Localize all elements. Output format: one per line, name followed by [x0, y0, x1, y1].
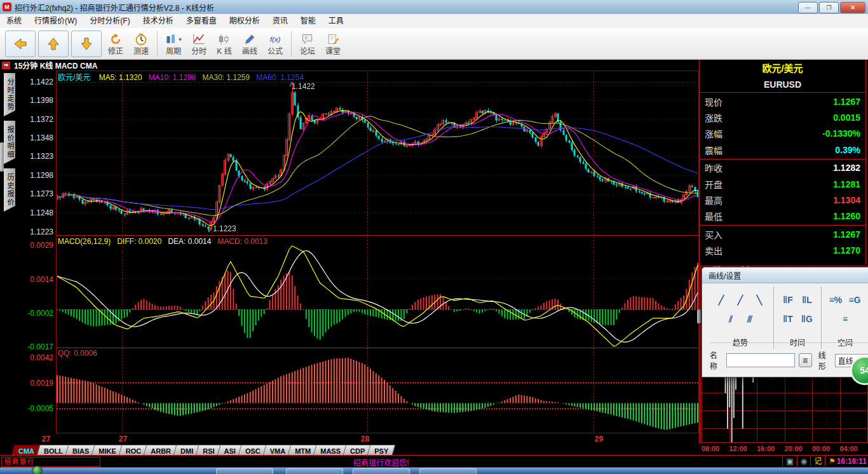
indicator-tab-roc[interactable]: ROC	[120, 445, 147, 456]
menu-item-4[interactable]: 技术分析	[137, 14, 180, 28]
dialog-titlebar[interactable]: 画线/设置	[702, 267, 868, 283]
macd-legend: MACD(26,12,9)DIFF: 0.0020DEA: 0.0014MACD…	[58, 237, 274, 246]
quote-value: 1.1260	[833, 211, 860, 221]
collapse-arrow-icon[interactable]: ➡	[2, 62, 10, 69]
right-splitter-handle[interactable]	[697, 309, 701, 323]
hline-pct-icon[interactable]: ≡%	[827, 292, 844, 308]
minimize-button[interactable]: —	[798, 2, 818, 13]
start-button[interactable]	[32, 466, 43, 474]
macd-axis-label: -0.0002	[0, 309, 53, 318]
parallel3-icon[interactable]: ⫻	[742, 311, 758, 327]
restore-button[interactable]: ❐	[819, 2, 839, 13]
quote-row-3: 涨幅-0.1330%	[700, 126, 865, 142]
indicator-tab-bias[interactable]: BIAS	[67, 445, 95, 456]
toolbar-button-kline[interactable]: K 线	[212, 29, 236, 58]
indicator-tab-mike[interactable]: MIKE	[93, 445, 122, 456]
window-titlebar: M 招行外汇2(fxhq2) - 招商银行外汇通行情分析V2.8 - K线分析 …	[0, 0, 868, 15]
close-button[interactable]: ✕	[840, 2, 865, 13]
taskbar-button-4[interactable]	[419, 468, 477, 474]
quote-label: 现价	[705, 95, 722, 108]
price-axis-label: 1.1323	[0, 152, 53, 161]
arrow-down-icon	[79, 36, 94, 51]
fx-icon: f(x)	[268, 32, 282, 47]
quote-label: 涨幅	[705, 127, 722, 140]
mini-time-label: 16:00	[757, 445, 775, 452]
taskbar-button-3[interactable]	[353, 468, 410, 474]
toolbar-button-drawline[interactable]: 画线	[238, 29, 262, 58]
indicator-tab-osc[interactable]: OSC	[240, 445, 266, 456]
line-seg-icon[interactable]: ╲	[751, 292, 768, 308]
menu-item-7[interactable]: 资讯	[266, 14, 294, 28]
vbar-f-icon[interactable]: ‖F	[780, 292, 796, 308]
toolbar-button-speed[interactable]: 测速	[129, 29, 153, 58]
vbar-g-icon[interactable]: ‖G	[799, 311, 815, 327]
quote-value: 1.1267	[833, 229, 860, 240]
vbar-t-icon[interactable]: ‖T	[780, 311, 796, 327]
quote-row-5: 昨收1.1282	[700, 160, 865, 176]
toolbar-button-minute[interactable]: 分时	[187, 29, 211, 58]
toolbar-button-forum[interactable]: t论坛	[295, 29, 320, 58]
indicator-tab-arbr[interactable]: ARBR	[145, 445, 177, 456]
indicator-tab-mtm[interactable]: MTM	[289, 445, 316, 456]
computer-icon[interactable]: ▣	[782, 456, 796, 466]
mini-time-label: 04:00	[840, 445, 858, 452]
alarm-icon[interactable]: ◉	[797, 456, 810, 466]
hlines-icon[interactable]: ≡	[837, 311, 853, 327]
pencil-icon	[243, 32, 256, 47]
quote-label: 卖出	[705, 244, 722, 257]
menu-item-6[interactable]: 期权分析	[223, 14, 266, 28]
toolbar: 修正测速▾周期分时K 线画线f(x)公式t论坛课堂	[0, 28, 868, 60]
menu-item-3[interactable]: 分时分析(F)	[83, 14, 136, 28]
drawing-tool-groups: ╱╱╲⫽⫻趋势‖F‖L‖T‖G时间≡%≡G≡空间▢◎▦◯其他	[707, 287, 868, 349]
toolbar-button-back[interactable]	[5, 30, 36, 57]
taskbar-button-1[interactable]	[216, 468, 273, 474]
line-icon[interactable]: ╱	[713, 292, 729, 308]
toolbar-button-down[interactable]	[71, 30, 102, 57]
macd-legend-part-1: MACD(26,12,9)	[58, 237, 111, 246]
date-label-2: 27	[119, 435, 127, 444]
toolbar-button-classroom[interactable]: 课堂	[321, 29, 345, 58]
toolbar-button-label: 公式	[268, 47, 283, 56]
chart-title: 15分钟 K线 MACD CMA	[14, 60, 97, 71]
menu-item-1[interactable]: 系统	[0, 14, 28, 28]
dropdown-arrow-icon: ▾	[179, 36, 182, 43]
left-splitter-handle[interactable]	[0, 142, 4, 172]
quote-label: 涨跌	[705, 111, 722, 124]
taskbar-button-2[interactable]	[286, 468, 343, 474]
qq-legend: QQ: 0.0006	[58, 349, 104, 358]
note-icon[interactable]: 记	[810, 456, 825, 466]
mini-time-label: 08:00	[702, 445, 719, 452]
toolbar-button-up[interactable]	[38, 30, 69, 57]
price-axis-label: 1.1298	[0, 171, 53, 180]
peak-price-annotation: 1.1422	[292, 82, 315, 91]
toolbar-button-formula[interactable]: f(x)公式	[263, 29, 287, 58]
indicator-tab-mass[interactable]: MASS	[315, 445, 346, 456]
menu-item-2[interactable]: 行情报价(W)	[28, 14, 83, 28]
line-dot-icon[interactable]: ╱	[732, 292, 749, 308]
toolbar-button-period[interactable]: ▾周期	[161, 29, 186, 58]
name-label: 名称	[710, 349, 722, 371]
clipboard-list-button[interactable]: ≣	[799, 353, 811, 367]
parallel2-icon[interactable]: ⫽	[722, 311, 739, 327]
ma-legend-2: MA10: 1.1298	[149, 73, 196, 82]
quote-row-7: 最高1.1304	[700, 192, 865, 208]
indicator-tab-boll[interactable]: BOLL	[38, 445, 69, 456]
menu-item-5[interactable]: 多窗看盘	[180, 14, 223, 28]
period-icon	[165, 32, 178, 47]
vbar-l-icon[interactable]: ‖L	[799, 292, 815, 308]
price-axis-label: 1.1223	[0, 227, 53, 236]
mini-time-label: 12:00	[729, 445, 747, 452]
toolbar-button-correct[interactable]: 修正	[104, 29, 128, 58]
toolbar-separator	[291, 31, 292, 57]
menu-item-8[interactable]: 智能	[294, 14, 322, 28]
quote-value: -0.1330%	[822, 128, 860, 139]
hline-g-icon[interactable]: ≡G	[846, 292, 863, 308]
indicator-tab-psy[interactable]: PSY	[369, 445, 394, 456]
indicator-tab-vma[interactable]: VMA	[264, 445, 291, 456]
indicator-tab-cma[interactable]: CMA	[13, 445, 40, 456]
menu-item-9[interactable]: 工具	[322, 14, 350, 28]
toolbar-button-label: 论坛	[300, 47, 315, 56]
quote-row-1: 现价1.1267	[700, 93, 865, 109]
kline-macd-chart-canvas[interactable]	[56, 71, 699, 433]
shape-name-input[interactable]	[726, 353, 795, 367]
